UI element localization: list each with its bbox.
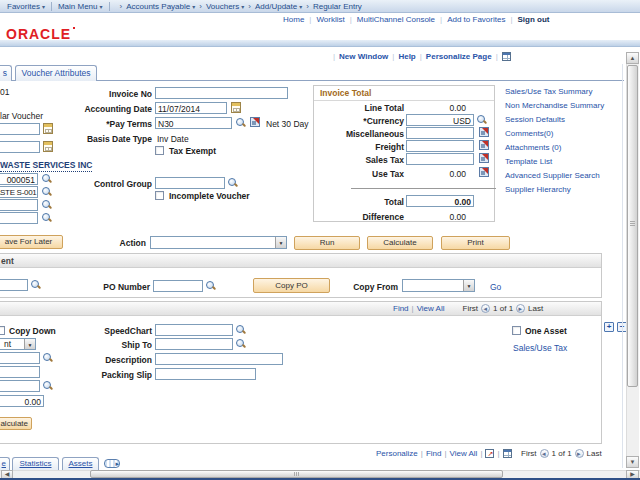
supplier-name-link[interactable]: WASTE SERVICES INC [0, 160, 92, 172]
personalize-link[interactable]: Personalize [376, 449, 418, 458]
invoice-received-field[interactable] [0, 141, 40, 153]
search-icon[interactable] [236, 118, 246, 128]
print-button[interactable]: Print [441, 236, 510, 250]
go-link[interactable]: Go [490, 282, 501, 292]
scroll-down-icon[interactable]: ▼ [626, 456, 639, 468]
pay-terms-detail-icon[interactable] [250, 117, 260, 127]
bottom-tab-assets[interactable]: Assets [62, 457, 99, 470]
action-select[interactable] [150, 236, 287, 249]
advanced-supplier-search-link[interactable]: Advanced Supplier Search [505, 171, 600, 180]
ship-to-field[interactable] [155, 338, 233, 350]
tab-list-icon[interactable] [104, 459, 120, 468]
accounting-date-field[interactable]: 11/07/2014 [155, 102, 227, 114]
search-icon[interactable] [477, 115, 487, 125]
search-icon[interactable] [206, 281, 216, 291]
next-page-icon[interactable] [516, 304, 525, 313]
copy-po-button[interactable]: Copy PO [253, 278, 330, 293]
dropdown-arrow-icon[interactable] [24, 339, 35, 349]
supplier-hierarchy-link[interactable]: Supplier Hierarchy [505, 185, 571, 194]
invoice-date-field[interactable] [0, 123, 40, 135]
line-amount-field[interactable]: 0.00 [0, 395, 44, 407]
personalize-page-link[interactable]: Personalize Page [426, 52, 492, 61]
search-icon[interactable] [42, 200, 52, 210]
search-icon[interactable] [43, 353, 53, 363]
run-button[interactable]: Run [294, 236, 360, 250]
add-row-button[interactable]: + [604, 322, 614, 332]
distribute-by-select[interactable]: nt [0, 338, 36, 350]
search-icon[interactable] [236, 325, 246, 335]
new-window-link[interactable]: New Window [339, 52, 388, 61]
last-label[interactable]: Last [528, 304, 543, 313]
control-group-field[interactable] [155, 177, 225, 189]
currency-detail-icon[interactable] [479, 167, 489, 177]
sales-use-tax-summary-link[interactable]: Sales/Use Tax Summary [505, 87, 592, 96]
pay-terms-field[interactable]: N30 [155, 117, 232, 129]
scroll-up-icon[interactable]: ▲ [626, 52, 639, 64]
search-icon[interactable] [42, 174, 52, 184]
home-link[interactable]: Home [283, 15, 304, 24]
breadcrumb-item-vouchers[interactable]: Vouchers [195, 2, 239, 11]
dropdown-arrow-icon[interactable] [275, 237, 286, 248]
dropdown-arrow-icon[interactable] [463, 280, 474, 291]
sales-tax-field[interactable] [406, 153, 474, 165]
sales-use-tax-link[interactable]: Sales/Use Tax [513, 343, 567, 353]
breadcrumb-item-add-update[interactable]: Add/Update [244, 2, 297, 11]
bottom-tab-statistics[interactable]: Statistics [12, 457, 59, 470]
currency-field[interactable]: USD [406, 114, 474, 126]
search-icon[interactable] [228, 178, 238, 188]
packing-slip-field[interactable] [155, 368, 256, 380]
search-icon[interactable] [31, 280, 41, 290]
add-to-favorites-link[interactable]: Add to Favorites [435, 15, 505, 24]
non-merchandise-summary-link[interactable]: Non Merchandise Summary [505, 101, 604, 110]
search-icon[interactable] [43, 381, 53, 391]
invoice-no-field[interactable] [155, 87, 288, 99]
uom-field[interactable] [0, 380, 40, 392]
tab-voucher-attributes[interactable]: Voucher Attributes [15, 65, 97, 81]
one-asset-checkbox[interactable] [512, 326, 521, 335]
tax-exempt-checkbox[interactable] [155, 146, 164, 155]
bottom-tab-left-partial[interactable]: e [0, 457, 10, 470]
supplier-id-field[interactable]: 000051 [0, 173, 38, 185]
session-defaults-link[interactable]: Session Defaults [505, 115, 565, 124]
sign-out-link[interactable]: Sign out [505, 15, 549, 24]
first-label[interactable]: First [521, 449, 537, 458]
calendar-icon[interactable] [231, 102, 241, 113]
comments-link[interactable]: Comments(0) [505, 129, 553, 138]
tab-left-partial[interactable]: s [0, 65, 12, 81]
download-popout-icon[interactable] [485, 449, 494, 458]
view-all-link[interactable]: View All [417, 304, 445, 313]
next-page-icon[interactable] [575, 449, 584, 458]
copy-from-select[interactable] [402, 279, 475, 292]
worksheet-copy-field[interactable] [0, 279, 28, 291]
attachments-link[interactable]: Attachments (0) [505, 143, 561, 152]
description-field[interactable] [155, 353, 283, 365]
find-link[interactable]: Find [393, 304, 409, 313]
http-grid-icon[interactable] [502, 52, 511, 61]
total-field[interactable]: 0.00 [406, 195, 474, 207]
copy-down-checkbox[interactable] [0, 326, 5, 335]
horizontal-scroll-thumb[interactable] [90, 470, 503, 478]
line-calculate-button[interactable]: alculate [0, 417, 32, 430]
currency-detail-icon[interactable] [479, 127, 489, 137]
freight-field[interactable] [406, 140, 474, 152]
incomplete-voucher-checkbox[interactable] [155, 191, 164, 200]
unit-field[interactable] [0, 352, 40, 364]
worklist-link[interactable]: Worklist [304, 15, 344, 24]
help-link[interactable]: Help [398, 52, 415, 61]
speedchart-field[interactable] [155, 324, 233, 336]
search-icon[interactable] [42, 187, 52, 197]
search-icon[interactable] [236, 339, 246, 349]
main-menu[interactable]: Main Menu [58, 2, 98, 11]
multichannel-console-link[interactable]: MultiChannel Console [345, 15, 435, 24]
first-label[interactable]: First [463, 304, 479, 313]
vertical-scroll-thumb[interactable] [627, 65, 638, 387]
address-sequence-field[interactable] [0, 199, 38, 211]
grid-view-all-link[interactable]: View All [450, 449, 478, 458]
breadcrumb-item-accounts-payable[interactable]: Accounts Payable [116, 2, 191, 11]
grid-find-link[interactable]: Find [426, 449, 442, 458]
search-icon[interactable] [42, 213, 52, 223]
previous-page-icon[interactable] [540, 449, 549, 458]
favorites-menu[interactable]: Favorites [7, 2, 40, 11]
po-number-field[interactable] [153, 280, 203, 292]
advanced-supplier-field[interactable] [0, 212, 38, 224]
